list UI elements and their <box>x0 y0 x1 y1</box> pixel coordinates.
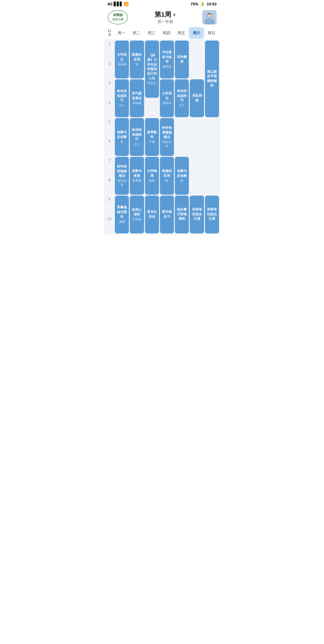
semester-label: 第一学期 <box>155 19 176 24</box>
course-thu-5-6[interactable]: 科学体育锻炼棍法 司空仲平 <box>160 118 174 156</box>
battery-text: 75% <box>191 2 198 6</box>
svg-rect-5 <box>205 19 214 24</box>
header-center: 第1周 ∨ 第一学期 <box>155 10 176 24</box>
course-mon-3-4[interactable]: 剑术的实战技巧 可人 <box>115 79 129 117</box>
empty-sat-5 <box>190 118 204 137</box>
signal-icon: 4G <box>107 2 112 6</box>
day-wed: 周三 <box>144 27 159 39</box>
row-num-9: 9 <box>105 196 114 214</box>
avatar[interactable] <box>202 10 217 24</box>
course-tue-7-8[interactable]: 形势与政策 翟季真 <box>130 157 144 195</box>
row-num-3: 3 <box>105 79 114 98</box>
svg-text:剑网叁: 剑网叁 <box>113 13 123 17</box>
status-left: 4G ▋▋▋ 📶 <box>107 2 129 6</box>
day-sun: 周日 <box>204 27 219 39</box>
empty-sun-8 <box>205 176 219 195</box>
empty-sat-1 <box>190 41 204 59</box>
week-label: 第1周 <box>155 10 171 19</box>
course-wed-7-8[interactable]: 大学物理 洛风 <box>145 157 159 195</box>
course-mon-1-2[interactable]: 大学语文 张栐辕 <box>115 41 129 78</box>
course-wed-1-3[interactable]: 【讲座】大学生如何规划自己的人生 李忘生 <box>145 41 159 98</box>
app-header: 剑网叁 指尖江湖 第1周 ∨ 第一学期 <box>104 8 220 27</box>
course-sun-9-10[interactable]: 和雨哥玩指尖江湖 <box>205 196 219 233</box>
course-fri-1-2[interactable]: 运动健身 <box>175 41 189 78</box>
row-num-5: 5 <box>105 118 114 137</box>
course-tue-1-2[interactable]: 暗器的应用 影 <box>130 41 144 78</box>
course-thu-9-10[interactable]: 图书馆自习 <box>160 196 174 233</box>
empty-fri-5 <box>175 118 189 137</box>
course-mon-5-6[interactable]: 侦察与反侦察 影 <box>115 118 129 156</box>
course-wed-9-10[interactable]: 音乐社活动 <box>145 196 159 233</box>
svg-text:指尖江湖: 指尖江湖 <box>112 18 123 21</box>
row-num-7: 7 <box>105 157 114 175</box>
course-thu-3-4[interactable]: 大学语文 张栐辕 <box>160 79 174 117</box>
course-mon-7-8[interactable]: 科学体育锻炼棍法 司空仲平 <box>115 157 129 195</box>
month-label: 11 月 <box>105 27 114 39</box>
signal-bars: ▋▋▋ <box>114 2 123 6</box>
empty-sat-2 <box>190 60 204 78</box>
row-num-10: 10 <box>105 215 114 233</box>
empty-sun-7 <box>205 157 219 175</box>
course-wed-5-6[interactable]: 高等数学 于睿 <box>145 118 159 156</box>
empty-sun-5 <box>205 118 219 137</box>
chevron-down-icon: ∨ <box>172 12 176 18</box>
course-thu-7-8[interactable]: 暗器的应用 影 <box>160 157 174 195</box>
status-bar: 4G ▋▋▋ 📶 75% 🔋 10:53 <box>104 0 220 8</box>
day-fri: 周五 <box>174 27 189 39</box>
svg-point-0 <box>108 10 128 24</box>
row-num-8: 8 <box>105 176 114 195</box>
day-tue: 周二 <box>129 27 144 39</box>
clock: 10:53 <box>207 2 217 6</box>
course-tue-9-10[interactable]: 应用心理学 月弄痕 <box>130 196 144 233</box>
day-sat: 周六 <box>189 27 204 39</box>
row-num-4: 4 <box>105 99 114 117</box>
empty-fri-6 <box>175 137 189 156</box>
course-fri-3-4[interactable]: 剑术的实战技巧 可人 <box>175 79 189 117</box>
course-tue-3-4[interactable]: 浩气盟发展史 张栐辕 <box>130 79 144 117</box>
empty-sat-8 <box>190 176 204 195</box>
row-num-1: 1 <box>105 41 114 59</box>
empty-sun-6 <box>205 137 219 156</box>
logo-svg: 剑网叁 指尖江湖 <box>107 10 128 25</box>
course-thu-1-2[interactable]: 书法赏析与临写 翟季真 <box>160 41 174 78</box>
status-right: 75% 🔋 10:53 <box>191 2 217 6</box>
battery-icon: 🔋 <box>200 2 205 6</box>
empty-sat-6 <box>190 137 204 156</box>
wifi-icon: 📶 <box>124 2 129 6</box>
row-num-6: 6 <box>105 137 114 156</box>
row-num-2: 2 <box>105 60 114 78</box>
course-tue-5-6[interactable]: 剑术的实战技巧 可人 <box>130 118 144 156</box>
course-mon-9-10[interactable]: 军事基础与理论 谢渊 <box>115 196 129 233</box>
day-mon: 周一 <box>114 27 129 39</box>
week-selector[interactable]: 第1周 ∨ <box>155 10 176 19</box>
course-sat-3-4[interactable]: 乐队排练 <box>190 79 204 117</box>
schedule-wrapper: 1 2 大学语文 张栐辕 暗器的应用 影 【讲座】大学生如何规划自己的人生 李忘… <box>104 39 220 235</box>
course-sun-1-4[interactable]: 西山娱乐平面模特兼职 <box>205 41 219 117</box>
schedule-grid: 1 2 大学语文 张栐辕 暗器的应用 影 【讲座】大学生如何规划自己的人生 李忘… <box>105 41 219 233</box>
empty-sat-7 <box>190 157 204 175</box>
app-logo: 剑网叁 指尖江湖 <box>107 10 128 25</box>
course-fri-9-10[interactable]: 指尖餐厅驻唱兼职 <box>175 196 189 233</box>
course-sat-9-10[interactable]: 和雨哥玩指尖江湖 <box>190 196 204 233</box>
day-header-row: 11 月 周一 周二 周三 周四 周五 周六 周日 <box>104 27 220 39</box>
course-fri-7-8[interactable]: 侦察与反侦察 影 <box>175 157 189 195</box>
day-thu: 周四 <box>159 27 174 39</box>
